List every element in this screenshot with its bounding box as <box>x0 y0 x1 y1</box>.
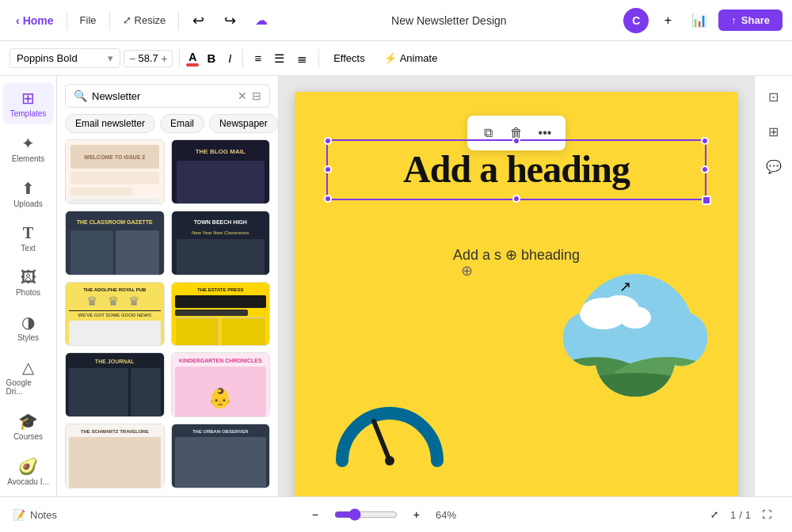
handle-top-center[interactable] <box>512 137 520 145</box>
font-size-decrease-button[interactable]: − <box>129 52 135 65</box>
share-label: Share <box>741 14 770 26</box>
search-filter-icon[interactable]: ⊟ <box>252 89 261 102</box>
chevron-down-icon: ▾ <box>108 52 113 64</box>
sidebar-item-styles-label: Styles <box>17 333 39 342</box>
zoom-out-button[interactable]: − <box>303 502 328 527</box>
text-color-button[interactable]: A <box>186 51 199 66</box>
italic-button[interactable]: I <box>223 48 236 68</box>
effects-button[interactable]: Effects <box>326 49 373 67</box>
sidebar-item-uploads[interactable]: ⬆ Uploads <box>3 173 54 215</box>
search-area: 🔍 ✕ ⊟ <box>57 76 278 114</box>
expand-button[interactable]: ⤢ <box>702 502 727 527</box>
template-card-8[interactable]: KINDERGARTEN CHRONICLES 👶 <box>171 352 271 417</box>
animate-label: Animate <box>400 52 438 64</box>
handle-bottom-right[interactable] <box>702 196 711 205</box>
analytics-button[interactable]: 📊 <box>687 8 712 33</box>
sidebar-item-text[interactable]: T Text <box>3 218 54 259</box>
page-indicator: ⤢ 1 / 1 ⛶ <box>702 502 779 527</box>
home-label: Home <box>23 14 54 27</box>
notes-icon: 📝 <box>13 509 25 521</box>
sidebar-item-elements[interactable]: ✦ Elements <box>3 127 54 169</box>
zoom-to-fit-button[interactable]: ⊞ <box>760 117 788 146</box>
handle-middle-left[interactable] <box>324 165 332 173</box>
home-button[interactable]: ‹ Home <box>10 11 60 30</box>
avatar[interactable]: C <box>623 8 649 33</box>
move-icon: ⊕ <box>505 247 517 263</box>
share-icon: ↑ <box>731 14 737 26</box>
notes-label[interactable]: Notes <box>30 509 57 521</box>
align-center-button[interactable]: ≡ <box>249 48 266 68</box>
sidebar-item-templates[interactable]: ⊞ Templates <box>3 82 54 124</box>
search-input[interactable] <box>92 90 233 102</box>
fullscreen-button[interactable]: ⛶ <box>754 502 779 527</box>
toolbar-sep-1 <box>179 49 180 68</box>
canvas[interactable]: ⧉ 🗑 ••• Add a heading <box>295 92 738 496</box>
template-card-6[interactable]: THE ESTATE PRESS <box>171 282 271 347</box>
templates-panel: 🔍 ✕ ⊟ Email newsletter Email Newspaper › <box>57 76 279 496</box>
bold-button[interactable]: B <box>202 48 220 68</box>
sidebar-item-templates-label: Templates <box>10 109 47 118</box>
courses-icon: 🎓 <box>18 412 38 431</box>
add-collaborator-button[interactable]: + <box>655 8 680 33</box>
canvas-subheading[interactable]: Add a s ⊕ bheading <box>326 246 706 264</box>
handle-top-left[interactable] <box>324 137 332 145</box>
svg-point-5 <box>619 306 651 329</box>
resize-button[interactable]: ⤢ Resize <box>116 11 173 29</box>
template-card-7[interactable]: THE JOURNAL <box>65 352 165 417</box>
handle-top-right[interactable] <box>701 137 709 145</box>
handle-bottom-center[interactable] <box>512 195 520 203</box>
font-family-selector[interactable]: Poppins Bold ▾ <box>10 48 120 68</box>
sidebar-item-courses-label: Courses <box>13 432 43 441</box>
elements-icon: ✦ <box>21 134 35 153</box>
animate-button[interactable]: ⚡ Animate <box>376 49 446 67</box>
comment-button[interactable]: 💬 <box>760 152 788 180</box>
page-separator: / <box>739 509 742 521</box>
font-size-increase-button[interactable]: + <box>161 52 167 65</box>
filter-email[interactable]: Email <box>160 114 204 133</box>
handle-bottom-left[interactable] <box>324 195 332 203</box>
avocadu-icon: 🥑 <box>18 457 38 476</box>
sidebar-item-photos[interactable]: 🖼 Photos <box>3 262 54 303</box>
template-card-2[interactable]: THE BLOG MAIL <box>171 139 271 204</box>
template-card-5[interactable]: THE ADOLPHE ROYAL PUB ♛ ♛ ♛ WE'VE GOT SO… <box>65 282 165 347</box>
canvas-area[interactable]: ⧉ 🗑 ••• Add a heading <box>279 76 754 496</box>
sidebar-item-photos-label: Photos <box>16 288 40 297</box>
search-clear-icon[interactable]: ✕ <box>238 89 247 102</box>
template-card-10[interactable]: THE URBAN OBSERVER <box>171 424 271 488</box>
zoom-slider[interactable] <box>334 508 398 521</box>
align-justify-button[interactable]: ☰ <box>269 48 289 69</box>
sidebar-item-avocadu[interactable]: 🥑 Avocadu I... <box>3 450 54 492</box>
share-button[interactable]: ↑ Share <box>718 10 782 31</box>
handle-middle-right[interactable] <box>701 165 709 173</box>
file-button[interactable]: File <box>74 11 103 29</box>
sidebar-item-text-label: Text <box>21 244 35 253</box>
canvas-heading-text[interactable]: Add a heading <box>328 141 705 199</box>
text-icon: T <box>23 224 33 242</box>
panel-toggle-button[interactable]: ⊡ <box>760 82 788 111</box>
template-card-4[interactable]: TOWN BEECH HIGH New Year New Classrooms <box>171 211 271 276</box>
zoom-value: 64% <box>436 509 456 521</box>
save-status-button[interactable]: ☁ <box>249 8 274 33</box>
separator <box>67 11 67 30</box>
heading-selection[interactable]: Add a heading <box>326 139 706 200</box>
template-card-3[interactable]: THE CLASSROOM GAZETTE <box>65 211 165 276</box>
sidebar-item-google-drive[interactable]: △ Google Dri... <box>3 352 54 402</box>
list-button[interactable]: ≣ <box>292 48 312 69</box>
template-card-9[interactable]: THE SCHWARTZ TRAVELORE <box>65 424 165 488</box>
filter-email-newsletter[interactable]: Email newsletter <box>65 114 155 133</box>
page-total: 1 <box>745 509 751 521</box>
main-area: ⊞ Templates ✦ Elements ⬆ Uploads T Text … <box>0 76 792 496</box>
toolbar-sep-2 <box>242 49 243 68</box>
template-card-1[interactable]: WELCOME TO ISSUE 2 <box>65 139 165 204</box>
toolbar: Poppins Bold ▾ − 58.7 + A B I ≡ ☰ ≣ Effe… <box>0 41 792 76</box>
zoom-in-button[interactable]: + <box>404 502 429 527</box>
font-size-value: 58.7 <box>137 52 159 64</box>
svg-rect-2 <box>556 266 714 424</box>
sidebar-item-styles[interactable]: ◑ Styles <box>3 306 54 348</box>
avatar-letter: C <box>632 14 640 27</box>
redo-button[interactable]: ↪ <box>217 8 242 33</box>
canvas-subheading-text: Add a s ⊕ bheading <box>453 247 580 263</box>
filter-newspaper[interactable]: Newspaper <box>209 114 278 133</box>
sidebar-item-courses[interactable]: 🎓 Courses <box>3 405 54 447</box>
undo-button[interactable]: ↩ <box>185 8 211 33</box>
